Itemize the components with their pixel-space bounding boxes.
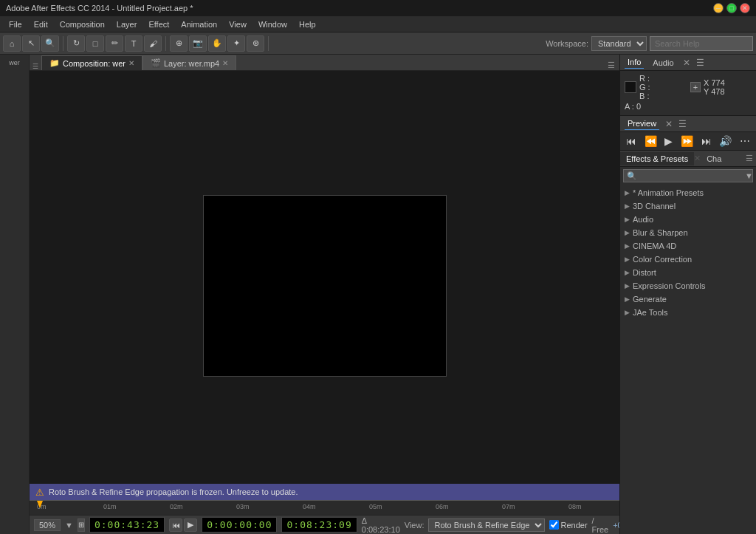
category-label-blur: Blur & Sharpen: [633, 228, 688, 237]
right-panel: Info Audio ✕ ☰ R : G : B : + X 774 Y 47: [619, 55, 756, 534]
fit-btn[interactable]: ⊞: [78, 518, 85, 532]
free-btn[interactable]: / Free: [592, 516, 609, 534]
menu-layer[interactable]: Layer: [111, 18, 143, 30]
preview-audio[interactable]: 🔊: [718, 135, 733, 147]
toolbar: ⌂ ↖ 🔍 ↻ □ ✏ T 🖌 ⊕ 📷 ✋ ✦ ⊛ Workspace: Sta…: [0, 32, 756, 55]
category-audio[interactable]: ▶ Audio: [620, 213, 756, 226]
preview-panel-menu[interactable]: ☰: [678, 119, 687, 129]
preview-play[interactable]: ▶: [663, 135, 674, 147]
tool-pen[interactable]: ✏: [106, 35, 123, 52]
category-cinema4d[interactable]: ▶ CINEMA 4D: [620, 239, 756, 253]
skip-back-btn[interactable]: ⏮: [169, 518, 182, 532]
preview-skip-end[interactable]: ⏭: [700, 135, 713, 147]
arrow-generate: ▶: [625, 295, 630, 303]
menu-composition[interactable]: Composition: [54, 18, 111, 30]
tool-select[interactable]: ↖: [22, 35, 40, 52]
category-expression-controls[interactable]: ▶ Expression Controls: [620, 279, 756, 292]
tab-preview[interactable]: Preview: [625, 117, 659, 130]
info-r: R :: [639, 74, 687, 83]
render-checkbox-label[interactable]: Render: [549, 520, 587, 530]
preview-forward[interactable]: ⏩: [679, 135, 695, 147]
preview-skip-start[interactable]: ⏮: [625, 135, 638, 147]
category-generate[interactable]: ▶ Generate: [620, 292, 756, 306]
menu-view[interactable]: View: [223, 18, 252, 30]
tool-rect[interactable]: □: [86, 35, 104, 52]
view-mode-select[interactable]: Roto Brush & Refine Edge: [428, 518, 545, 532]
category-blur-sharpen[interactable]: ▶ Blur & Sharpen: [620, 226, 756, 239]
search-dropdown[interactable]: ▼: [745, 171, 753, 180]
tab-effects-presets[interactable]: Effects & Presets: [620, 152, 694, 165]
zoom-dropdown-btn[interactable]: ▼: [65, 521, 73, 530]
panel-menu-comp[interactable]: ☰: [603, 61, 619, 70]
info-panel-menu[interactable]: ☰: [696, 58, 704, 68]
effects-panel: Effects & Presets ✕ Cha ☰ 🔍 ▼ ▶ * Animat…: [620, 151, 756, 534]
tab-cha[interactable]: Cha: [701, 152, 727, 165]
title-bar: Adobe After Effects CC 2014 - Untitled P…: [0, 0, 756, 16]
category-animation-presets[interactable]: ▶ * Animation Presets: [620, 186, 756, 199]
comp-tab-close-1[interactable]: ✕: [222, 59, 228, 67]
preview-more[interactable]: ⋯: [738, 135, 752, 147]
timeline-ruler: 0m 01m 02m 03m 04m 05m 06m 07m 08m: [30, 500, 619, 515]
tab-audio[interactable]: Audio: [650, 57, 676, 69]
effects-panel-menu[interactable]: ☰: [743, 154, 756, 163]
ruler-tick-8: 08m: [568, 503, 582, 510]
zoom-display[interactable]: 50%: [34, 519, 61, 531]
maximize-button[interactable]: □: [726, 3, 737, 13]
viewer-area: ⚠ Roto Brush & Refine Edge propagation i…: [30, 71, 619, 500]
workspace-dropdown[interactable]: Standard: [591, 36, 647, 51]
category-distort[interactable]: ▶ Distort: [620, 266, 756, 279]
comp-tab-composition[interactable]: 📁 Composition: wer ✕: [41, 55, 142, 70]
preview-back[interactable]: ⏪: [643, 135, 659, 147]
menu-effect[interactable]: Effect: [142, 18, 175, 30]
info-b: B :: [639, 92, 687, 100]
search-icon: 🔍: [627, 171, 637, 181]
arrow-audio: ▶: [625, 216, 630, 223]
preview-controls: ⏮ ⏪ ▶ ⏩ ⏭ 🔊 ⋯: [620, 132, 756, 150]
tool-brush[interactable]: 🖌: [144, 35, 162, 52]
comp-tab-close-0[interactable]: ✕: [128, 59, 134, 67]
effects-search-input[interactable]: [640, 171, 742, 180]
tool-puppet[interactable]: ⊛: [247, 35, 264, 52]
tool-hand[interactable]: ✋: [208, 35, 226, 52]
minimize-button[interactable]: ─: [713, 3, 724, 13]
plus-btn[interactable]: +: [690, 82, 701, 92]
app-title: Adobe After Effects CC 2014 - Untitled P…: [6, 4, 193, 13]
search-help-input[interactable]: [650, 36, 753, 51]
close-button[interactable]: ✕: [740, 3, 750, 13]
tool-rotate[interactable]: ↻: [67, 35, 85, 52]
tool-home[interactable]: ⌂: [3, 35, 21, 52]
menu-window[interactable]: Window: [252, 18, 293, 30]
tool-extra[interactable]: ✦: [227, 35, 245, 52]
view-label: View:: [405, 521, 425, 530]
info-panel-header: Info Audio ✕ ☰: [620, 55, 756, 71]
tool-zoom[interactable]: 🔍: [41, 35, 59, 52]
comp-tab-layer[interactable]: 🎬 Layer: wer.mp4 ✕: [142, 55, 236, 70]
ruler-tick-1: 01m: [103, 503, 117, 510]
tool-anchor[interactable]: ⊕: [170, 35, 188, 52]
arrow-3d-channel: ▶: [625, 202, 630, 210]
info-panel-close[interactable]: ✕: [683, 58, 690, 68]
category-jae-tools[interactable]: ▶ JAe Tools: [620, 306, 756, 319]
play-btn[interactable]: ▶: [184, 518, 197, 532]
menu-help[interactable]: Help: [293, 18, 322, 30]
category-3d-channel[interactable]: ▶ 3D Channel: [620, 199, 756, 213]
category-color-correction[interactable]: ▶ Color Correction: [620, 253, 756, 266]
category-label-generate: Generate: [633, 295, 667, 304]
effects-tabs: Effects & Presets ✕ Cha ☰: [620, 151, 756, 167]
menu-file[interactable]: File: [3, 18, 28, 30]
tool-text[interactable]: T: [125, 35, 142, 52]
preview-panel-close[interactable]: ✕: [665, 119, 673, 129]
render-checkbox[interactable]: [549, 520, 559, 530]
info-x: X 774: [704, 78, 752, 87]
tab-info[interactable]: Info: [625, 56, 644, 69]
menu-edit[interactable]: Edit: [28, 18, 54, 30]
arrow-expression: ▶: [625, 282, 630, 290]
preview-canvas: [203, 195, 447, 377]
info-content: R : G : B : + X 774 Y 478 A : 0: [620, 71, 756, 115]
transport-row: ⏮ ▶: [169, 518, 197, 532]
tool-camera[interactable]: 📷: [189, 35, 207, 52]
left-tab-btn[interactable]: wer: [3, 58, 26, 68]
ruler-tick-5: 05m: [369, 503, 382, 510]
menu-animation[interactable]: Animation: [175, 18, 223, 30]
timecode-center: 0:00:00:00: [202, 517, 277, 533]
